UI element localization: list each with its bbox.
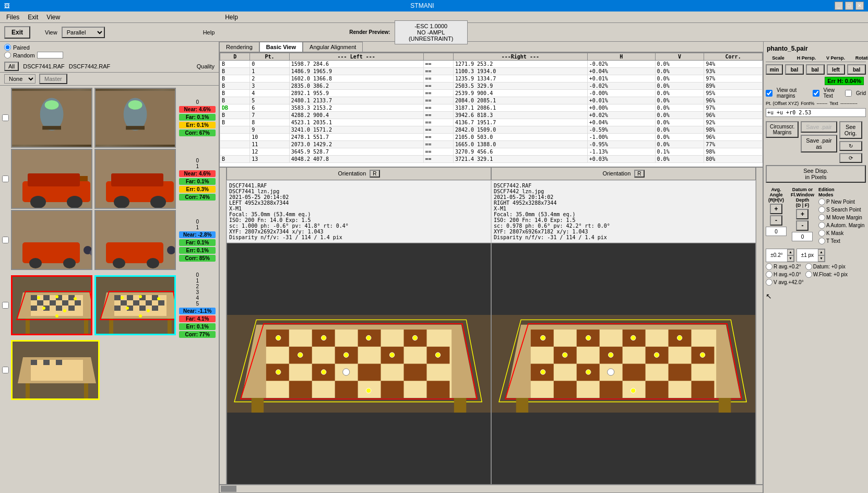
menu-files[interactable]: Files [2,13,23,22]
h-avg-radio[interactable] [766,271,772,278]
center-panel: Rendering Basic View Angular Alignment D… [219,42,764,493]
grid-check[interactable] [845,90,852,97]
angle-step-up[interactable]: ▲ [787,249,794,255]
svg-point-16 [114,196,129,208]
datum-value-input[interactable] [792,232,813,241]
random-radio[interactable] [4,52,11,58]
k-mask-radio[interactable] [818,230,825,237]
minimize-button[interactable]: _ [835,2,843,10]
pixel-step-input[interactable] [797,252,818,258]
avg-value-input[interactable] [766,227,787,236]
datum-minus-button[interactable]: - [796,220,808,231]
datum-radio[interactable] [805,263,812,270]
paired-radio[interactable] [4,44,11,51]
none-select[interactable]: None [4,74,35,84]
cursor-icon: ↖ [766,292,772,300]
view-out-margins-check[interactable] [766,90,772,97]
table-cell: +0.04% [587,119,655,126]
angle-step-spinbox[interactable]: ▲ ▼ [766,249,794,262]
checkbox-row4[interactable] [2,302,9,309]
master-button[interactable]: Master [39,74,67,84]
phantogr-bal-button[interactable]: bal [847,64,866,75]
see-disp-pixels-button[interactable]: See Disp.in Pixels [766,165,866,183]
a-autom-margin-radio[interactable] [818,222,825,229]
datum-plus-button[interactable]: + [796,209,808,219]
thumb-left-5-selected[interactable] [11,340,100,400]
view-select[interactable]: Parallel Cross-eye Anaglyph [62,27,105,38]
save-pair-button[interactable]: Save .pair [801,121,837,133]
right-chess-image[interactable] [491,243,756,485]
right-reset-button[interactable]: R [634,170,644,178]
menu-view[interactable]: View [42,13,64,22]
checkbox-row2[interactable] [2,175,9,182]
view-text-check[interactable] [813,90,819,97]
help-label: Help [203,29,215,36]
circumscr-margins-button[interactable]: Circumscr.Margins [766,121,799,138]
thumb-right-1[interactable] [94,88,176,148]
menu-help[interactable]: Help [221,13,242,22]
hscroll-thumb[interactable] [221,486,236,492]
h-persp-bal-button[interactable]: bal [785,64,804,75]
svg-rect-138 [600,381,623,398]
close-button[interactable]: ✕ [855,2,864,10]
t-text-radio[interactable] [818,238,825,244]
see-orig-button[interactable]: SeeOrig. [839,121,862,139]
checkbox-row3[interactable] [2,237,9,243]
r-avg-radio[interactable] [766,263,772,270]
table-row: B42892.1 955.9==2539.9 900.4-0.00%0.0%95… [220,90,763,97]
thumb-left-3[interactable] [11,210,92,270]
right-scrollbar[interactable] [756,167,763,485]
pixel-step-up[interactable]: ▲ [818,249,825,255]
v-avg-radio[interactable] [766,279,772,286]
left-focal: Focal: 35.0mm (53.4mm eq.) [229,212,489,217]
thumb-right-2[interactable] [94,149,176,209]
table-cell: 0.1% [655,148,704,156]
wfloat-radio[interactable] [805,271,812,278]
refresh-button[interactable]: ↻ [839,141,862,151]
checkbox-row5[interactable] [2,367,9,373]
v-persp-bal-button[interactable]: bal [806,64,825,75]
maximize-button[interactable]: □ [845,2,853,10]
avg-plus-button[interactable]: + [770,204,782,214]
svg-rect-86 [84,383,88,399]
checkbox-row1[interactable] [2,114,9,121]
pixel-step-down[interactable]: ▼ [818,255,825,262]
avg-minus-button[interactable]: - [770,215,782,226]
window-title: STMANI [410,2,434,9]
svg-rect-40 [75,300,81,306]
vertical-scrollbar[interactable] [219,167,227,485]
menu-exit[interactable]: Exit [23,13,42,22]
horizontal-scrollbar[interactable] [219,485,763,493]
right-sc: sc: 0.978 ph: 0.6° pv: 42.2° rt: 0.0° [494,223,753,229]
svg-rect-58 [114,295,121,300]
s-search-point-radio[interactable] [818,206,825,213]
reset-view-button[interactable]: ⟳ [839,153,862,163]
m-move-margin-radio[interactable] [818,214,825,221]
thumb-left-4-selected[interactable]: ⤡ [11,275,92,335]
angle-step-input[interactable] [766,252,787,258]
thumb-left-2[interactable] [11,149,92,209]
thumb-right-4-selected[interactable] [94,275,176,335]
left-orientation-info: DSCF7441.RAF DSCF7441_lzn.jpg 2021-05-25… [227,180,491,243]
save-pair-as-button[interactable]: Save .pairas [801,135,837,152]
svg-rect-41 [31,306,37,311]
angle-step-down[interactable]: ▼ [787,255,794,262]
thumb-right-3[interactable] [94,210,176,270]
scale-min-button[interactable]: min [766,64,783,75]
exit-button[interactable]: Exit [4,26,30,39]
table-cell: 2105.0 503.0 [453,134,587,141]
thumb-left-1[interactable] [11,88,92,148]
rotation-left-button[interactable]: left [827,64,846,75]
left-chess-image[interactable] [227,243,491,485]
tab-rendering[interactable]: Rendering [219,42,259,52]
pixel-step-spinbox[interactable]: ▲ ▼ [796,249,825,262]
p-new-point-radio[interactable] [818,198,825,205]
random-value-input[interactable] [37,52,63,58]
thumb-chess-left-svg: ⤡ [13,277,92,335]
table-cell: 2073.0 1429.2 [289,141,423,148]
tab-angular-alignment[interactable]: Angular Alignment [303,42,363,52]
left-reset-button[interactable]: R [370,170,379,178]
all-button[interactable]: All [4,62,19,71]
tab-basic-view[interactable]: Basic View [259,42,303,52]
file-selector-row: All DSCF7441.RAF DSCF7442.RAF Quality [0,61,219,73]
